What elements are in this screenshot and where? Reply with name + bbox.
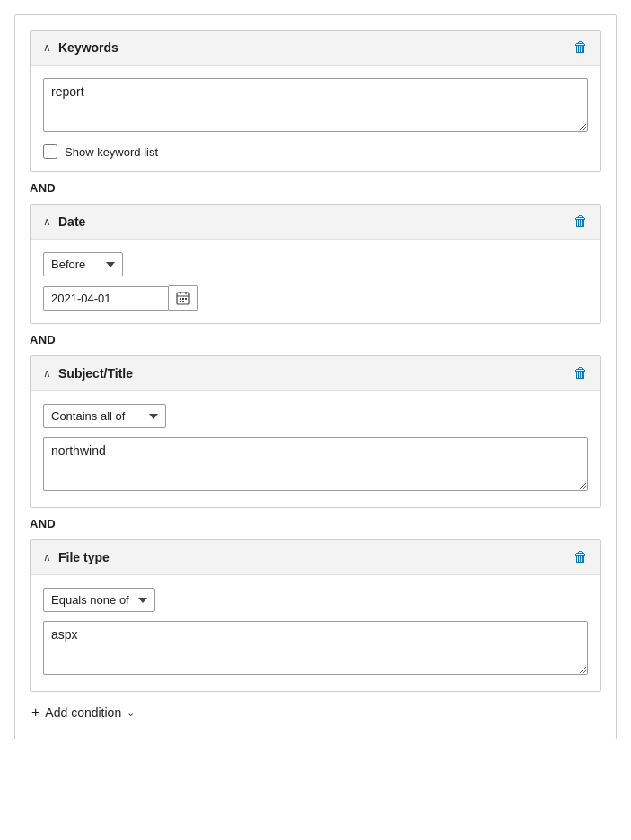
subject-title-textarea[interactable]: northwind (43, 437, 588, 491)
and-separator-1: AND (30, 172, 601, 204)
file-type-section: ∧ File type 🗑 Equals none of Equals Cont… (30, 539, 601, 692)
svg-rect-5 (182, 298, 184, 300)
keywords-body: report Show keyword list (31, 66, 600, 171)
svg-rect-7 (180, 301, 181, 302)
search-conditions-container: ∧ Keywords 🗑 report Show keyword list AN… (14, 14, 617, 739)
show-keyword-list-checkbox[interactable] (43, 144, 57, 159)
date-collapse-icon[interactable]: ∧ (43, 215, 51, 228)
keywords-header: ∧ Keywords 🗑 (31, 31, 600, 66)
keywords-textarea[interactable]: report (43, 78, 588, 132)
keywords-title: Keywords (58, 40, 118, 55)
keywords-collapse-icon[interactable]: ∧ (43, 41, 51, 54)
subject-title-header: ∧ Subject/Title 🗑 (31, 356, 600, 391)
svg-rect-6 (185, 298, 187, 300)
date-title: Date (58, 214, 85, 229)
date-dropdown-row: Before After On Between (43, 252, 588, 276)
file-type-collapse-icon[interactable]: ∧ (43, 551, 51, 564)
file-type-textarea[interactable]: aspx (43, 621, 588, 675)
subject-title-header-left: ∧ Subject/Title (43, 366, 133, 381)
subject-title-delete-icon[interactable]: 🗑 (574, 365, 588, 381)
file-type-select[interactable]: Equals none of Equals Contains (43, 588, 155, 612)
add-condition-bar[interactable]: + Add condition ⌄ (30, 692, 601, 724)
file-type-header: ∧ File type 🗑 (31, 540, 600, 575)
keywords-delete-icon[interactable]: 🗑 (574, 39, 588, 56)
file-type-title: File type (58, 550, 110, 564)
keywords-checkbox-row: Show keyword list (43, 144, 588, 159)
file-type-delete-icon[interactable]: 🗑 (574, 549, 588, 565)
calendar-icon (176, 291, 190, 305)
file-type-dropdown-row: Equals none of Equals Contains (43, 588, 588, 612)
file-type-header-left: ∧ File type (43, 550, 110, 564)
and-separator-3: AND (30, 508, 601, 539)
subject-title-body: Contains all of Contains any of Contains… (31, 391, 600, 507)
and-separator-2: AND (30, 324, 601, 355)
calendar-button[interactable] (169, 285, 198, 311)
file-type-body: Equals none of Equals Contains aspx (31, 575, 600, 691)
svg-rect-8 (182, 301, 184, 302)
svg-rect-4 (180, 298, 181, 300)
date-header-left: ∧ Date (43, 214, 85, 229)
subject-title-section: ∧ Subject/Title 🗑 Contains all of Contai… (30, 355, 601, 508)
keywords-section: ∧ Keywords 🗑 report Show keyword list (30, 30, 601, 172)
add-condition-label: Add condition (45, 705, 121, 720)
subject-title-collapse-icon[interactable]: ∧ (43, 367, 51, 380)
add-condition-plus-icon: + (31, 704, 39, 721)
date-body: Before After On Between (31, 240, 600, 323)
add-condition-chevron-icon: ⌄ (127, 707, 135, 719)
subject-contains-dropdown-row: Contains all of Contains any of Contains… (43, 404, 588, 428)
date-section: ∧ Date 🗑 Before After On Between (30, 204, 601, 324)
subject-contains-select[interactable]: Contains all of Contains any of Contains… (43, 404, 166, 428)
date-before-select[interactable]: Before After On Between (43, 252, 123, 276)
show-keyword-list-label[interactable]: Show keyword list (65, 145, 158, 159)
date-input-row (43, 285, 588, 311)
subject-title-title: Subject/Title (58, 366, 133, 381)
date-header: ∧ Date 🗑 (31, 205, 600, 240)
date-value-input[interactable] (43, 286, 169, 311)
date-delete-icon[interactable]: 🗑 (574, 214, 588, 230)
keywords-header-left: ∧ Keywords (43, 40, 118, 55)
